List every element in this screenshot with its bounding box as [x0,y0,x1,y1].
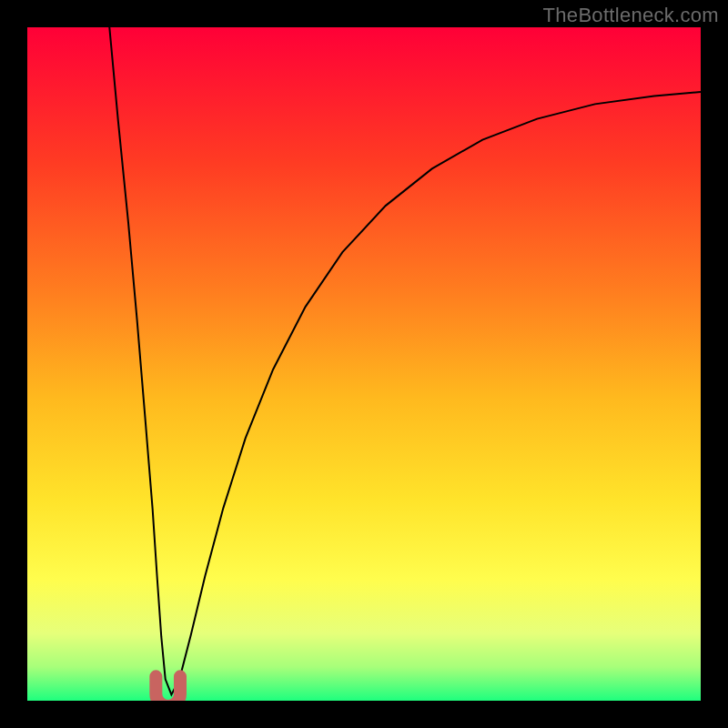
chart-stage: TheBottleneck.com [0,0,728,728]
watermark-text: TheBottleneck.com [543,4,719,27]
frame [0,701,728,728]
plot-background [27,27,701,701]
frame [701,0,728,728]
bottleneck-chart [0,0,728,728]
frame [0,0,27,728]
